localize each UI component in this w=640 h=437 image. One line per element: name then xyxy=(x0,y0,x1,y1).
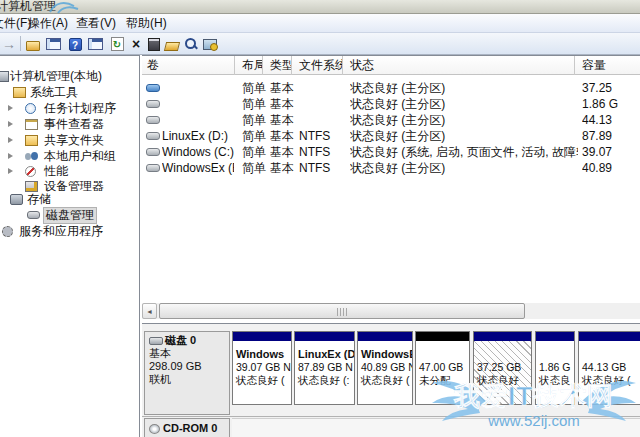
expand-arrow-icon[interactable] xyxy=(8,153,13,159)
column-type[interactable]: 类型 xyxy=(263,56,292,75)
help-button[interactable]: ? xyxy=(66,35,84,53)
toolbar-separator xyxy=(20,36,21,51)
primary-partition-bar xyxy=(358,332,412,341)
manage-computer-icon xyxy=(203,39,217,50)
watermark-swirl-icon xyxy=(48,0,82,14)
partition-windows-c[interactable]: Windows 39.07 GB N 状态良好 ( xyxy=(232,331,292,405)
show-console-tree-icon xyxy=(26,41,40,51)
cdrom-icon xyxy=(149,424,160,434)
find-icon xyxy=(184,37,198,51)
primary-partition-bar xyxy=(536,332,574,341)
show-console-tree-button[interactable] xyxy=(24,35,42,53)
column-capacity[interactable]: 容量 xyxy=(575,56,640,75)
partition-linuxex-d[interactable]: LinuxEx (D 87.89 GB N 状态良好 (: xyxy=(294,331,355,405)
column-filesystem[interactable]: 文件系统 xyxy=(292,56,343,75)
manage-computer-button[interactable] xyxy=(201,35,219,53)
scrollbar-thumb[interactable] xyxy=(159,303,525,319)
open-icon xyxy=(164,42,180,51)
sidebar-item-services-applications[interactable]: 服务和应用程序 xyxy=(0,224,138,239)
sidebar-item-task-scheduler[interactable]: 任务计划程序 xyxy=(0,101,138,116)
sidebar-item-storage[interactable]: 存储 xyxy=(0,192,138,207)
primary-partition-bar xyxy=(579,332,640,341)
partition-44gb[interactable]: 44.13 GB 状态良好 ( xyxy=(578,331,640,405)
properties-button[interactable] xyxy=(145,35,163,53)
column-status[interactable]: 状态 xyxy=(343,56,575,75)
sidebar-item-local-users-groups[interactable]: 本地用户和组 xyxy=(0,149,138,164)
volume-icon xyxy=(146,148,160,156)
partition-unallocated[interactable]: 47.00 GB 未分配 xyxy=(415,331,470,405)
table-row[interactable]: Windows (C:) 简单 基本 NTFS 状态良好 (系统, 启动, 页面… xyxy=(142,144,640,160)
volume-icon xyxy=(146,132,160,140)
scroll-left-button[interactable]: ◄ xyxy=(142,303,157,319)
volume-icon xyxy=(146,100,160,108)
table-row[interactable]: WindowsEx (E:) 简单 基本 NTFS 状态良好 (主分区) 40.… xyxy=(142,160,640,176)
refresh-icon: ↻ xyxy=(111,37,124,51)
menu-help[interactable]: 帮助(H) xyxy=(120,14,173,32)
disk0-label[interactable]: 磁盘 0 基本 298.09 GB 联机 xyxy=(144,331,230,415)
details-pane: 卷 布局 类型 文件系统 状态 容量 简单 基本 状态良好 (主分区) 37.2… xyxy=(142,55,640,437)
open-button[interactable] xyxy=(163,35,181,53)
menu-action[interactable]: 操作(A) xyxy=(22,14,74,32)
volume-icon xyxy=(146,84,160,92)
delete-icon: × xyxy=(132,37,140,51)
disk-management-icon xyxy=(27,211,40,219)
primary-partition-bar xyxy=(233,332,291,341)
table-row[interactable]: 简单 基本 状态良好 (主分区) 1.86 G xyxy=(142,96,640,112)
table-row[interactable]: 简单 基本 状态良好 (主分区) 37.25 xyxy=(142,80,640,96)
disk-icon xyxy=(149,337,163,345)
volume-icon xyxy=(146,116,160,124)
computer-icon xyxy=(0,71,9,82)
sidebar-item-computer-management[interactable]: 计算机管理(本地) xyxy=(0,69,138,84)
column-layout[interactable]: 布局 xyxy=(235,56,263,75)
forward-button[interactable]: → xyxy=(0,35,18,53)
forward-icon: → xyxy=(2,37,16,51)
device-manager-icon xyxy=(25,181,38,192)
menu-view[interactable]: 查看(V) xyxy=(70,14,122,32)
primary-partition-bar xyxy=(474,332,531,341)
table-row[interactable]: 简单 基本 状态良好 (主分区) 44.13 xyxy=(142,112,640,128)
console-tree-pane: 计算机管理(本地) 系统工具 任务计划程序 事件查看器 共享文件夹 本地用户和组… xyxy=(0,55,140,437)
console-window-button[interactable] xyxy=(44,35,62,53)
divider xyxy=(142,416,640,417)
toolbar: → ? ↻ × xyxy=(0,33,640,55)
expand-arrow-icon[interactable] xyxy=(8,137,13,143)
console-window-alt-icon xyxy=(88,38,103,50)
sidebar-item-system-tools[interactable]: 系统工具 xyxy=(0,85,138,100)
primary-partition-bar xyxy=(295,332,354,341)
services-icon xyxy=(2,226,13,237)
shared-folders-icon xyxy=(25,135,38,146)
sidebar-item-performance[interactable]: 性能 xyxy=(0,164,138,179)
unallocated-bar xyxy=(416,332,469,341)
find-button[interactable] xyxy=(182,35,200,53)
partition-1-86gb[interactable]: 1.86 G 状态良 xyxy=(535,331,575,405)
task-scheduler-icon xyxy=(25,103,36,114)
table-row[interactable]: LinuxEx (D:) 简单 基本 NTFS 状态良好 (主分区) 87.89 xyxy=(142,128,640,144)
expand-arrow-icon[interactable] xyxy=(8,105,13,111)
horizontal-scrollbar[interactable]: ◄ xyxy=(142,303,640,319)
performance-icon xyxy=(25,166,36,177)
partition-selected-37gb[interactable]: 37.25 GB 状态良好 xyxy=(473,331,532,405)
volume-icon xyxy=(146,164,160,172)
storage-icon xyxy=(10,194,23,205)
sidebar-item-event-viewer[interactable]: 事件查看器 xyxy=(0,117,138,132)
volume-table-header: 卷 布局 类型 文件系统 状态 容量 xyxy=(142,56,640,75)
expand-arrow-icon[interactable] xyxy=(8,168,13,174)
help-icon: ? xyxy=(69,38,82,51)
sidebar-item-shared-folders[interactable]: 共享文件夹 xyxy=(0,133,138,148)
users-icon xyxy=(25,151,38,162)
console-window-icon xyxy=(46,38,61,50)
event-viewer-icon xyxy=(25,119,38,130)
sidebar-item-disk-management[interactable]: 磁盘管理 xyxy=(0,208,138,223)
disk-map-pane: 磁盘 0 基本 298.09 GB 联机 Windows 39.07 GB N … xyxy=(142,324,640,437)
console-window-alt-button[interactable] xyxy=(86,35,104,53)
cdrom0-label[interactable]: CD-ROM 0 xyxy=(144,418,230,437)
column-volume[interactable]: 卷 xyxy=(142,56,235,75)
expand-arrow-icon[interactable] xyxy=(8,121,13,127)
system-tools-icon xyxy=(13,87,26,98)
scrollbar-grip-icon xyxy=(337,308,348,316)
delete-button[interactable]: × xyxy=(127,35,145,53)
partition-windowsex-e[interactable]: WindowsE 40.89 GB N 状态良好 ( xyxy=(357,331,413,405)
refresh-button[interactable]: ↻ xyxy=(108,35,126,53)
menu-bar: 文件(F) 操作(A) 查看(V) 帮助(H) xyxy=(0,14,640,33)
title-bar: 计算机管理 xyxy=(0,0,640,14)
